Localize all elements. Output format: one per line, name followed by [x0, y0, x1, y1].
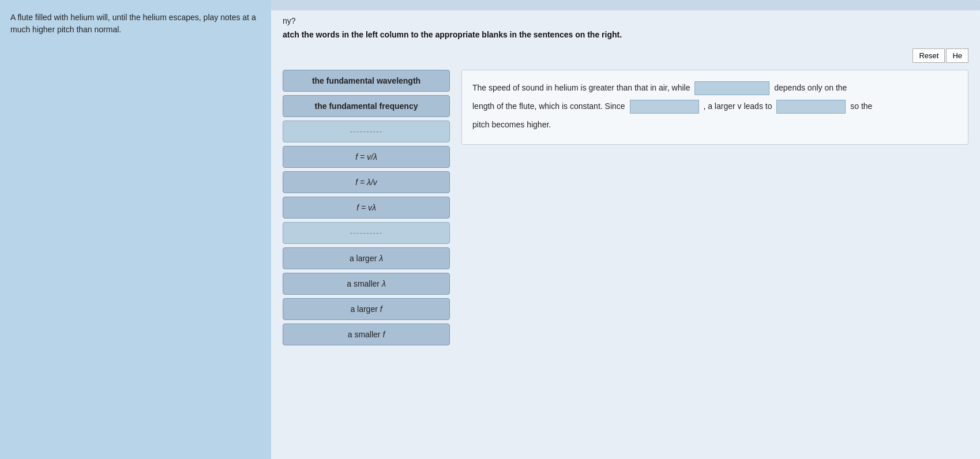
item-empty-1[interactable]: ---------- — [283, 121, 450, 142]
left-column: the fundamental wavelength the fundament… — [283, 70, 450, 345]
drop-zone-2[interactable] — [630, 100, 699, 114]
drop-zone-3[interactable] — [776, 100, 846, 114]
item-f-lambda-v[interactable]: f = λ/v — [283, 171, 450, 193]
sentence-part5: so the — [850, 101, 872, 111]
sentence-line-3: pitch becomes higher. — [472, 116, 958, 133]
main-content: ny? atch the words in the left column to… — [271, 0, 980, 459]
item-fundamental-wavelength-label: the fundamental wavelength — [312, 76, 420, 85]
item-empty-2-label: ---------- — [350, 228, 383, 238]
item-f-vlambda-label: f = vλ — [356, 203, 376, 212]
item-smaller-lambda-label: a smaller λ — [347, 279, 386, 288]
item-empty-2[interactable]: ---------- — [283, 222, 450, 244]
item-smaller-f-label: a smaller f — [348, 330, 385, 339]
item-f-vlambda[interactable]: f = vλ — [283, 197, 450, 219]
item-f-v-lambda-label: f = v/λ — [355, 152, 377, 161]
question-prompt: ny? — [283, 16, 968, 25]
right-column: The speed of sound in helium is greater … — [461, 70, 968, 145]
sidebar: A flute filled with helium will, until t… — [0, 0, 271, 459]
scrollbar[interactable] — [271, 0, 980, 10]
content-area: the fundamental wavelength the fundament… — [283, 70, 968, 345]
item-larger-f[interactable]: a larger f — [283, 298, 450, 320]
item-larger-lambda[interactable]: a larger λ — [283, 247, 450, 269]
drop-zone-1[interactable] — [694, 81, 769, 95]
item-fundamental-frequency[interactable]: the fundamental frequency — [283, 95, 450, 117]
sentence-part1: The speed of sound in helium is greater … — [472, 83, 690, 92]
sentence-part2: depends only on the — [774, 83, 847, 92]
item-smaller-f[interactable]: a smaller f — [283, 323, 450, 345]
sentence-line-1: The speed of sound in helium is greater … — [472, 80, 958, 96]
item-fundamental-frequency-label: the fundamental frequency — [315, 101, 418, 111]
help-button[interactable]: He — [946, 48, 968, 63]
sidebar-text: A flute filled with helium will, until t… — [10, 12, 261, 36]
item-fundamental-wavelength[interactable]: the fundamental wavelength — [283, 70, 450, 92]
instruction-text: atch the words in the left column to the… — [283, 30, 968, 39]
sentence-part4: , a larger v leads to — [703, 101, 772, 111]
item-larger-f-label: a larger f — [350, 304, 382, 314]
item-f-v-lambda[interactable]: f = v/λ — [283, 146, 450, 168]
item-smaller-lambda[interactable]: a smaller λ — [283, 273, 450, 295]
item-f-lambda-v-label: f = λ/v — [355, 178, 377, 187]
reset-button[interactable]: Reset — [913, 48, 945, 63]
item-empty-1-label: ---------- — [350, 127, 383, 136]
top-buttons: Reset He — [283, 48, 968, 63]
sentence-line-2: length of the flute, which is constant. … — [472, 98, 958, 114]
item-larger-lambda-label: a larger λ — [350, 254, 383, 263]
sentence-part6: pitch becomes higher. — [472, 120, 551, 129]
sentence-part3: length of the flute, which is constant. … — [472, 101, 625, 111]
